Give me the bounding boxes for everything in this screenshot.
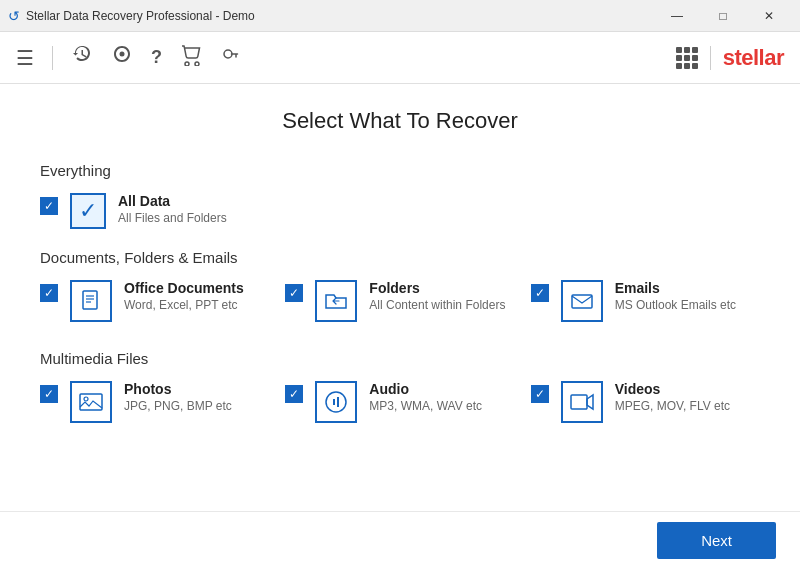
key-icon[interactable] [220, 44, 242, 71]
svg-rect-10 [571, 395, 587, 409]
svg-rect-2 [83, 291, 97, 309]
audio-desc: MP3, WMA, WAV etc [369, 399, 514, 413]
logo-divider [710, 46, 711, 70]
window-title: Stellar Data Recovery Professional - Dem… [26, 9, 255, 23]
app-icon: ↺ [8, 8, 20, 24]
folders-name: Folders [369, 280, 514, 296]
folders-checkbox[interactable]: ✓ [285, 284, 303, 302]
media-options-grid: ✓ Photos JPG, PNG, BMP etc ✓ [40, 381, 760, 431]
all-data-desc: All Files and Folders [118, 211, 760, 225]
photos-name: Photos [124, 381, 269, 397]
help-icon[interactable]: ? [151, 47, 162, 68]
emails-name: Emails [615, 280, 760, 296]
menu-icon[interactable]: ☰ [16, 46, 34, 70]
history-icon[interactable] [71, 44, 93, 71]
folders-text: Folders All Content within Folders [369, 280, 514, 312]
audio-checkbox[interactable]: ✓ [285, 385, 303, 403]
stellar-logo-text: stel [723, 45, 759, 70]
all-data-icon-checkbox[interactable]: ✓ [70, 193, 106, 229]
footer: Next [0, 511, 800, 569]
audio-text: Audio MP3, WMA, WAV etc [369, 381, 514, 413]
videos-icon [561, 381, 603, 423]
emails-desc: MS Outlook Emails etc [615, 298, 760, 312]
cart-icon[interactable] [180, 44, 202, 71]
page-title: Select What To Recover [40, 108, 760, 134]
photos-option: ✓ Photos JPG, PNG, BMP etc [40, 381, 269, 423]
photos-text: Photos JPG, PNG, BMP etc [124, 381, 269, 413]
all-data-option: ✓ ✓ All Data All Files and Folders [40, 193, 760, 229]
toolbar-right: stellar [676, 45, 784, 71]
section-media-label: Multimedia Files [40, 350, 760, 367]
audio-icon [315, 381, 357, 423]
main-content: Select What To Recover Everything ✓ ✓ Al… [0, 84, 800, 511]
folders-desc: All Content within Folders [369, 298, 514, 312]
videos-option: ✓ Videos MPEG, MOV, FLV etc [531, 381, 760, 423]
office-docs-text: Office Documents Word, Excel, PPT etc [124, 280, 269, 312]
minimize-button[interactable]: — [654, 0, 700, 32]
office-docs-desc: Word, Excel, PPT etc [124, 298, 269, 312]
stellar-logo-end: ar [764, 45, 784, 70]
photos-checkbox[interactable]: ✓ [40, 385, 58, 403]
office-docs-name: Office Documents [124, 280, 269, 296]
photos-icon [70, 381, 112, 423]
emails-checkbox[interactable]: ✓ [531, 284, 549, 302]
docs-options-grid: ✓ Office Documents Word, Excel, PPT etc [40, 280, 760, 330]
videos-name: Videos [615, 381, 760, 397]
audio-option: ✓ Audio MP3, WMA, WAV etc [285, 381, 514, 423]
all-data-text: All Data All Files and Folders [118, 193, 760, 225]
folders-icon [315, 280, 357, 322]
all-data-small-checkbox[interactable]: ✓ [40, 197, 58, 215]
tools-icon[interactable] [111, 44, 133, 71]
title-bar: ↺ Stellar Data Recovery Professional - D… [0, 0, 800, 32]
all-data-small-cb[interactable]: ✓ [40, 197, 58, 215]
stellar-logo: stellar [723, 45, 784, 71]
office-docs-checkbox[interactable]: ✓ [40, 284, 58, 302]
emails-option: ✓ Emails MS Outlook Emails etc [531, 280, 760, 322]
next-button[interactable]: Next [657, 522, 776, 559]
emails-icon [561, 280, 603, 322]
close-button[interactable]: ✕ [746, 0, 792, 32]
office-docs-option: ✓ Office Documents Word, Excel, PPT etc [40, 280, 269, 322]
all-data-name: All Data [118, 193, 760, 209]
toolbar-left: ☰ ? [16, 44, 242, 71]
section-everything-label: Everything [40, 162, 760, 179]
office-docs-icon [70, 280, 112, 322]
folders-option: ✓ Folders All Content within Folders [285, 280, 514, 322]
apps-grid-icon[interactable] [676, 47, 698, 69]
toolbar-divider [52, 46, 53, 70]
svg-rect-7 [80, 394, 102, 410]
window-controls: — □ ✕ [654, 0, 792, 32]
svg-rect-6 [572, 295, 592, 308]
videos-desc: MPEG, MOV, FLV etc [615, 399, 760, 413]
videos-checkbox[interactable]: ✓ [531, 385, 549, 403]
emails-text: Emails MS Outlook Emails etc [615, 280, 760, 312]
section-docs-label: Documents, Folders & Emails [40, 249, 760, 266]
svg-point-0 [120, 52, 125, 57]
svg-point-8 [84, 397, 88, 401]
svg-point-9 [326, 392, 346, 412]
toolbar: ☰ ? [0, 32, 800, 84]
videos-text: Videos MPEG, MOV, FLV etc [615, 381, 760, 413]
audio-name: Audio [369, 381, 514, 397]
photos-desc: JPG, PNG, BMP etc [124, 399, 269, 413]
maximize-button[interactable]: □ [700, 0, 746, 32]
